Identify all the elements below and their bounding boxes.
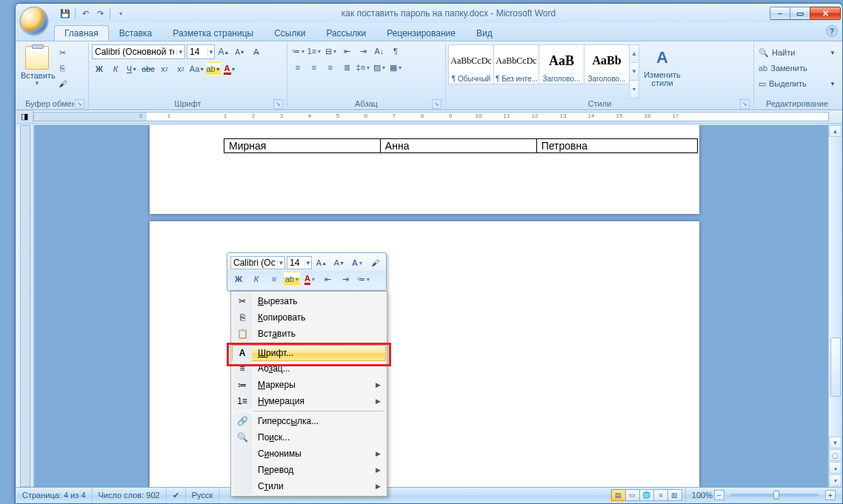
sort-icon[interactable]: A↓ <box>372 44 387 58</box>
mini-font-combo[interactable]: ▼ <box>230 256 285 269</box>
help-button[interactable]: ? <box>826 25 838 37</box>
view-print-layout[interactable]: ▤ <box>611 489 626 501</box>
underline-icon[interactable]: Ч▼ <box>124 62 139 75</box>
status-word-count[interactable]: Число слов: 902 <box>93 488 167 503</box>
ctx-paste[interactable]: 📋Вставить <box>233 326 385 342</box>
mini-shrink-icon[interactable]: A▼ <box>331 255 347 270</box>
font-name-combo[interactable]: ▼ <box>92 44 185 59</box>
subscript-icon[interactable]: x2 <box>157 62 172 75</box>
justify-icon[interactable]: ≣ <box>339 61 354 74</box>
vertical-scrollbar[interactable]: ▲ ▼ ◯ ▴ ▾ <box>828 125 842 487</box>
mini-indent-inc-icon[interactable]: ⇥ <box>337 272 353 286</box>
font-color-icon[interactable]: A▼ <box>222 62 237 75</box>
mini-size-combo[interactable]: ▼ <box>287 256 312 269</box>
tab-insert[interactable]: Вставка <box>109 25 163 41</box>
vertical-ruler[interactable] <box>16 125 34 487</box>
change-case-icon[interactable]: Aa▼ <box>190 62 204 75</box>
ctx-translate[interactable]: Перевод▶ <box>233 462 385 478</box>
mini-fontcolor-icon[interactable]: A <box>301 272 318 286</box>
zoom-in-button[interactable]: + <box>825 490 836 500</box>
status-page[interactable]: Страница: 4 из 4 <box>16 488 93 503</box>
ctx-numbering[interactable]: 1≡Нумерация▶ <box>233 393 385 409</box>
qat-redo-icon[interactable]: ↷ <box>93 7 107 20</box>
view-outline[interactable]: ≡ <box>653 489 668 501</box>
change-styles-button[interactable]: A Изменить стили <box>641 44 684 98</box>
horizontal-ruler[interactable]: ◨ 211234567891011121314151617 <box>16 110 842 124</box>
superscript-icon[interactable]: x2 <box>173 62 188 75</box>
style-gallery[interactable]: AaBbCcDc¶ Обычный AaBbCcDc¶ Без инте... … <box>449 44 639 98</box>
align-center-icon[interactable]: ≡ <box>307 61 321 74</box>
paste-button[interactable]: Вставить ▼ <box>21 44 53 98</box>
cut-icon[interactable]: ✂ <box>55 46 70 59</box>
tab-view[interactable]: Вид <box>466 25 503 41</box>
tab-review[interactable]: Рецензирование <box>376 25 466 41</box>
mini-painter-icon[interactable]: 🖌 <box>367 255 383 270</box>
shrink-font-icon[interactable]: A▼ <box>233 45 247 58</box>
prev-page-icon[interactable]: ▴ <box>829 462 842 474</box>
minimize-button[interactable]: – <box>770 7 790 20</box>
table-cell[interactable]: Петровна <box>536 139 697 153</box>
mini-grow-icon[interactable]: A▲ <box>313 255 330 270</box>
zoom-value[interactable]: 100% <box>692 491 713 500</box>
ctx-styles[interactable]: Стили▶ <box>233 478 385 494</box>
close-button[interactable]: ✕ <box>810 7 841 20</box>
format-painter-icon[interactable]: 🖌 <box>55 77 70 90</box>
mini-highlight-icon[interactable]: ab <box>284 272 300 286</box>
ctx-bullets[interactable]: ≔Маркеры▶ <box>233 377 385 393</box>
style-heading2[interactable]: AaBbЗаголово... <box>584 44 630 84</box>
zoom-out-button[interactable]: − <box>714 490 724 500</box>
status-proofing[interactable]: ✔ <box>167 488 186 503</box>
tab-references[interactable]: Ссылки <box>264 25 316 41</box>
ctx-hyperlink[interactable]: 🔗Гиперссылка... <box>233 413 385 429</box>
mini-styles-icon[interactable]: A <box>349 255 365 270</box>
table-row[interactable]: Мирная Анна Петровна <box>224 139 698 153</box>
mini-bullets-icon[interactable]: ≔ <box>355 272 371 286</box>
tab-mailings[interactable]: Рассылки <box>316 25 376 41</box>
qat-customize-icon[interactable] <box>113 7 127 20</box>
show-marks-icon[interactable]: ¶ <box>388 44 403 58</box>
bold-icon[interactable]: Ж <box>92 62 107 75</box>
clipboard-launcher[interactable]: ↘ <box>75 99 84 109</box>
indent-inc-icon[interactable]: ⇥ <box>356 44 370 58</box>
shading-icon[interactable]: ▨ <box>372 61 387 74</box>
tab-home[interactable]: Главная <box>54 25 109 41</box>
browse-object-icon[interactable]: ◯ <box>829 449 842 461</box>
ctx-copy[interactable]: ⎘Копировать <box>233 309 385 326</box>
replace-button[interactable]: abЗаменить <box>757 61 837 75</box>
font-launcher[interactable]: ↘ <box>273 99 283 109</box>
maximize-button[interactable]: ▭ <box>790 7 810 20</box>
paragraph-launcher[interactable]: ↘ <box>432 99 442 109</box>
styles-launcher[interactable]: ↘ <box>740 99 750 109</box>
zoom-slider-thumb[interactable] <box>773 491 779 500</box>
font-size-combo[interactable]: ▼ <box>187 44 215 59</box>
find-button[interactable]: 🔍Найти▼ <box>757 46 837 59</box>
scroll-up-icon[interactable]: ▲ <box>829 125 842 137</box>
table-cell[interactable]: Анна <box>380 139 536 153</box>
scroll-thumb[interactable] <box>830 337 841 397</box>
next-page-icon[interactable]: ▾ <box>829 474 842 486</box>
style-normal[interactable]: AaBbCcDc¶ Обычный <box>448 44 494 84</box>
mini-bold-icon[interactable]: Ж <box>230 272 247 286</box>
view-full-screen[interactable]: ▭ <box>625 489 640 501</box>
table-cell[interactable]: Мирная <box>224 139 381 153</box>
mini-italic-icon[interactable]: К <box>248 272 264 286</box>
qat-undo-icon[interactable]: ↶ <box>79 7 92 20</box>
ctx-cut[interactable]: ✂Вырезать <box>233 293 385 309</box>
ctx-synonyms[interactable]: Синонимы▶ <box>233 446 385 462</box>
align-left-icon[interactable]: ≡ <box>290 61 305 74</box>
ctx-font[interactable]: AШрифт... <box>232 345 386 361</box>
view-draft[interactable]: ▥ <box>667 489 682 501</box>
ctx-paragraph[interactable]: ≡Абзац... <box>233 360 385 377</box>
document-table[interactable]: Мирная Анна Петровна <box>224 138 698 153</box>
select-button[interactable]: ▭Выделить▼ <box>757 77 837 90</box>
copy-icon[interactable]: ⎘ <box>55 61 70 75</box>
line-spacing-icon[interactable]: ‡≡ <box>356 61 370 74</box>
style-gallery-scroll[interactable]: ▲▼▾ <box>629 44 639 98</box>
ruler-corner[interactable]: ◨ <box>16 110 33 123</box>
office-button[interactable] <box>20 7 48 35</box>
style-no-spacing[interactable]: AaBbCcDc¶ Без инте... <box>493 44 539 84</box>
strike-icon[interactable]: abc <box>141 62 156 75</box>
multilevel-icon[interactable]: ⊟ <box>323 44 338 58</box>
status-language[interactable]: Русск <box>186 488 220 503</box>
style-heading1[interactable]: AaBЗаголово... <box>539 44 584 84</box>
